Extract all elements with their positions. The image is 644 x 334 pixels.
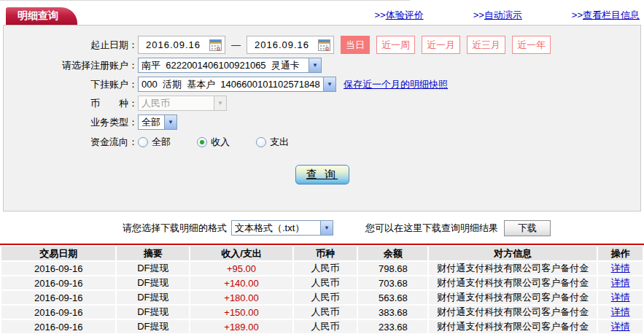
cell-counterparty: 财付通支付科技有限公司客户备付金 <box>429 306 597 319</box>
download-hint: 您可以在这里下载查询明细结果 <box>365 222 498 235</box>
link-prefix: >> <box>572 9 583 20</box>
cell-currency: 人民币 <box>294 320 357 333</box>
sub-account-row: 下挂账户： 000 活期 基本户 1406600101102571848 ▼ 保… <box>4 77 640 92</box>
cell-summary: DF提现 <box>117 320 189 333</box>
registered-account-select[interactable]: 南平 6222001406100921065 灵通卡 ▼ <box>138 58 322 73</box>
chevron-down-icon: ▼ <box>320 221 333 235</box>
range-button-last-3-months[interactable]: 近三月 <box>467 36 505 54</box>
range-button-last-month[interactable]: 近一月 <box>422 36 460 54</box>
cell-balance: 563.68 <box>358 291 427 304</box>
link-view-column-info[interactable]: >>查看栏目信息 <box>572 9 640 22</box>
cell-action: 详情 <box>598 262 643 275</box>
table-row: 2016-09-16 DF提现 +95.00 人民币 798.68 财付通支付科… <box>1 262 643 275</box>
flow-direction-label: 资金流向： <box>4 136 138 149</box>
sub-account-select[interactable]: 000 活期 基本户 1406600101102571848 ▼ <box>138 77 336 92</box>
flow-radio-group: 全部 收入 支出 <box>138 136 315 149</box>
table-row: 2016-09-16 DF提现 +189.00 人民币 233.68 财付通支付… <box>1 320 643 333</box>
date-separator: — <box>231 39 241 50</box>
radio-all[interactable]: 全部 <box>138 136 171 149</box>
range-button-last-week[interactable]: 近一周 <box>376 36 415 54</box>
biz-type-value: 全部 <box>139 116 164 129</box>
cell-currency: 人民币 <box>294 291 357 304</box>
header-links: >>体验评价 >>自动演示 >>查看栏目信息 <box>374 9 640 22</box>
radio-icon <box>256 137 266 147</box>
calendar-icon[interactable] <box>318 39 330 51</box>
download-button[interactable]: 下载 <box>504 220 551 236</box>
biz-type-label: 业务类型： <box>4 116 138 129</box>
transaction-table: 交易日期 摘要 收入/支出 币种 余额 对方信息 操作 2016-09-16 D… <box>0 245 644 334</box>
registered-account-label: 请选择注册账户： <box>4 59 138 72</box>
link-prefix: >> <box>473 9 484 20</box>
radio-expense[interactable]: 支出 <box>256 136 289 149</box>
currency-label: 币 种： <box>4 97 138 110</box>
cell-summary: DF提现 <box>117 291 189 304</box>
link-experience-rating[interactable]: >>体验评价 <box>374 9 423 22</box>
table-header-row: 交易日期 摘要 收入/支出 币种 余额 对方信息 操作 <box>1 246 643 260</box>
currency-value: 人民币 <box>139 97 214 110</box>
col-header-action: 操作 <box>598 246 643 260</box>
cell-currency: 人民币 <box>294 276 357 290</box>
detail-link[interactable]: 详情 <box>611 263 630 273</box>
date-from-value: 2016.09.16 <box>146 39 201 50</box>
calendar-icon[interactable] <box>209 39 222 51</box>
cell-summary: DF提现 <box>117 276 189 290</box>
currency-row: 币 种： 人民币 ▼ <box>4 96 640 111</box>
radio-label: 支出 <box>270 136 289 149</box>
detail-link[interactable]: 详情 <box>611 321 630 332</box>
cell-balance: 703.68 <box>358 276 427 290</box>
detail-link[interactable]: 详情 <box>611 292 630 303</box>
cell-balance: 233.68 <box>358 320 427 333</box>
cell-counterparty: 财付通支付科技有限公司客户备付金 <box>429 262 597 275</box>
range-button-today[interactable]: 当日 <box>341 36 370 54</box>
cell-action: 详情 <box>598 276 643 290</box>
date-to-value: 2016.09.16 <box>255 39 309 50</box>
chevron-down-icon: ▼ <box>323 77 335 91</box>
detail-query-page: 明细查询 >>体验评价 >>自动演示 >>查看栏目信息 起止日期： 2016.0… <box>0 0 644 334</box>
date-to-input[interactable]: 2016.09.16 <box>247 36 334 54</box>
cell-date: 2016-09-16 <box>1 276 115 290</box>
biz-type-select[interactable]: 全部 ▼ <box>138 114 177 130</box>
cell-action: 详情 <box>598 306 643 319</box>
cell-counterparty: 财付通支付科技有限公司客户备付金 <box>429 320 597 333</box>
tab-row: 明细查询 >>体验评价 >>自动演示 >>查看栏目信息 <box>0 0 644 25</box>
radio-income[interactable]: 收入 <box>197 136 230 149</box>
tab-detail-query[interactable]: 明细查询 <box>6 7 77 25</box>
radio-label: 全部 <box>152 136 171 149</box>
download-format-label: 请您选择下载明细的格式 <box>123 222 227 235</box>
cell-balance: 798.68 <box>358 262 427 275</box>
currency-select: 人民币 ▼ <box>138 96 227 111</box>
query-button-row: 查 询 <box>4 165 640 185</box>
detail-link[interactable]: 详情 <box>611 277 630 288</box>
table-row: 2016-09-16 DF提现 +150.00 人民币 383.68 财付通支付… <box>1 306 643 319</box>
chevron-down-icon: ▼ <box>214 96 226 110</box>
query-form-panel: 起止日期： 2016.09.16 — 2016.09.16 <box>3 25 641 211</box>
download-format-value: 文本格式（.txt） <box>232 222 320 235</box>
cell-summary: DF提现 <box>117 262 189 275</box>
date-range-label: 起止日期： <box>4 39 138 52</box>
link-label: 体验评价 <box>386 9 424 20</box>
radio-icon <box>138 137 148 147</box>
cell-amount: +95.00 <box>190 262 292 275</box>
col-header-currency: 币种 <box>294 246 357 260</box>
link-label: 自动演示 <box>484 9 522 20</box>
cell-date: 2016-09-16 <box>1 262 115 275</box>
cell-action: 详情 <box>598 320 643 333</box>
table-row: 2016-09-16 DF提现 +140.00 人民币 703.68 财付通支付… <box>1 276 643 290</box>
sub-account-value: 000 活期 基本户 1406600101102571848 <box>139 78 323 91</box>
registered-account-value: 南平 6222001406100921065 灵通卡 <box>139 59 309 72</box>
download-format-select[interactable]: 文本格式（.txt） ▼ <box>231 220 333 236</box>
col-header-amount: 收入/支出 <box>190 246 292 260</box>
query-button[interactable]: 查 询 <box>295 165 349 185</box>
link-auto-demo[interactable]: >>自动演示 <box>473 9 522 22</box>
cell-date: 2016-09-16 <box>1 291 115 304</box>
date-from-input[interactable]: 2016.09.16 <box>138 36 225 54</box>
range-button-last-year[interactable]: 近一年 <box>512 36 551 54</box>
cell-balance: 383.68 <box>358 306 427 319</box>
detail-link[interactable]: 详情 <box>611 306 630 317</box>
registered-account-row: 请选择注册账户： 南平 6222001406100921065 灵通卡 ▼ <box>4 58 640 73</box>
link-prefix: >> <box>374 9 385 20</box>
save-snapshot-link[interactable]: 保存近一个月的明细快照 <box>344 78 448 91</box>
chevron-down-icon: ▼ <box>309 58 321 72</box>
cell-amount: +150.00 <box>190 306 292 319</box>
biz-type-row: 业务类型： 全部 ▼ <box>4 114 640 130</box>
